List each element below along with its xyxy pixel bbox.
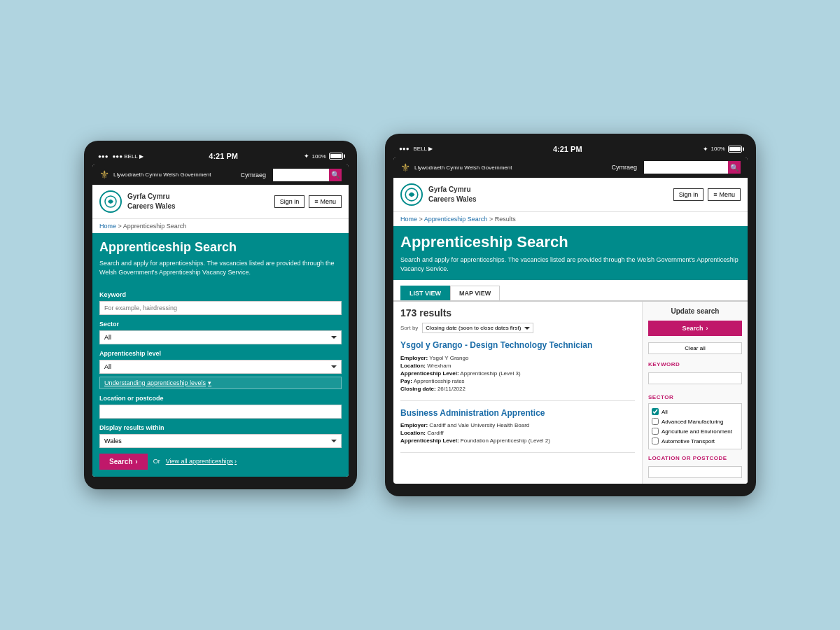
map-view-tab[interactable]: MAP VIEW xyxy=(450,286,500,300)
location-label-small: Location or postcode xyxy=(99,395,342,402)
location-value-1: Wrexham xyxy=(427,363,451,369)
site-logo-small: Gyrfa Cymru Careers Wales xyxy=(99,190,176,213)
gov-search-input-small[interactable] xyxy=(273,169,329,181)
sector-checkbox-all[interactable] xyxy=(652,408,659,415)
gov-text-line2-small: Welsh Government xyxy=(163,172,211,178)
job-card-1: Ysgol y Grango - Design Technology Techn… xyxy=(400,340,635,401)
signin-button-large[interactable]: Sign in xyxy=(673,188,704,201)
hamburger-icon-small: ≡ xyxy=(314,198,318,205)
breadcrumb-sep1-large: > xyxy=(419,216,424,223)
display-group-small: Display results within Wales xyxy=(99,424,342,448)
breadcrumb-home-large[interactable]: Home xyxy=(400,216,417,223)
job-title-2[interactable]: Business Administration Apprentice xyxy=(400,408,635,419)
battery-icon-small xyxy=(329,153,343,160)
employer-value-2: Cardiff and Vale University Health Board xyxy=(429,422,529,428)
arrow-right-icon-small: › xyxy=(135,458,137,465)
location-group-small: Location or postcode xyxy=(99,395,342,419)
breadcrumb-sep2-large: > xyxy=(489,216,495,223)
gov-search-button-large[interactable]: 🔍 xyxy=(728,161,741,174)
status-bar-small: ●●● ●●● BELL ▶ 4:21 PM ✦ 100% xyxy=(92,150,349,164)
sidebar-title: Update search xyxy=(648,307,742,315)
sector-item-all: All xyxy=(652,407,738,416)
display-select-small[interactable]: Wales xyxy=(99,434,342,448)
site-header-large: Gyrfa Cymru Careers Wales Sign in ≡ Menu xyxy=(393,178,748,212)
sector-checkbox-manufacturing[interactable] xyxy=(652,418,659,425)
results-main: 173 results Sort by Closing date (soon t… xyxy=(393,302,748,484)
sidebar-location-label: LOCATION OR POSTCODE xyxy=(648,455,742,461)
sector-checkbox-agriculture[interactable] xyxy=(652,428,659,435)
gov-search-button-small[interactable]: 🔍 xyxy=(329,169,342,181)
cymraeg-button-large[interactable]: Cymraeg xyxy=(608,162,640,172)
small-tablet: ●●● ●●● BELL ▶ 4:21 PM ✦ 100% ⚜ Llywodra… xyxy=(84,141,357,489)
or-text-small: Or xyxy=(153,458,160,465)
menu-button-small[interactable]: ≡ Menu xyxy=(309,195,342,208)
carrier-text: ●●● BELL ▶ xyxy=(113,153,144,160)
header-buttons-large: Sign in ≡ Menu xyxy=(673,188,741,201)
clear-all-button[interactable]: Clear all xyxy=(648,342,742,354)
cymraeg-button-small[interactable]: Cymraeg xyxy=(237,170,269,180)
job-employer-2: Employer: Cardiff and Vale University He… xyxy=(400,422,635,428)
page-hero-small: Apprenticeship Search Search and apply f… xyxy=(92,233,349,284)
results-sidebar: Update search Search › Clear all KEYWORD… xyxy=(643,302,748,484)
breadcrumb-current-small: Apprenticeship Search xyxy=(123,223,187,230)
menu-label-large: Menu xyxy=(719,191,735,198)
gov-search-small: 🔍 xyxy=(273,169,342,181)
sidebar-location-input[interactable] xyxy=(648,466,742,478)
battery-percent-small: 100% xyxy=(312,153,326,160)
sector-checkbox-automotive[interactable] xyxy=(652,438,659,444)
sidebar-keyword-input[interactable] xyxy=(648,372,742,384)
location-input-small[interactable] xyxy=(99,405,342,419)
location-label-2: Location: xyxy=(400,430,426,436)
gov-bar-right-large: Cymraeg 🔍 xyxy=(608,161,741,174)
signin-button-small[interactable]: Sign in xyxy=(274,195,305,208)
status-right-large: ✦ 100% xyxy=(703,146,742,153)
menu-button-large[interactable]: ≡ Menu xyxy=(708,188,741,201)
gov-text-line2-large: Welsh Government xyxy=(464,164,512,171)
job-location-2: Location: Cardiff xyxy=(400,430,635,436)
sector-label-automotive: Automotive Transport xyxy=(662,438,715,444)
job-title-1[interactable]: Ysgol y Grango - Design Technology Techn… xyxy=(400,340,635,351)
sort-select[interactable]: Closing date (soon to close dates first) xyxy=(422,323,533,333)
gov-search-input-large[interactable] xyxy=(644,161,728,174)
header-buttons-small: Sign in ≡ Menu xyxy=(274,195,342,208)
arrow-right-icon-view-all: › xyxy=(234,458,237,465)
view-all-link-small[interactable]: View all apprenticeships › xyxy=(166,458,237,465)
menu-label-small: Menu xyxy=(320,198,336,205)
sector-select-small[interactable]: All xyxy=(99,330,342,344)
sector-label-manufacturing: Advanced Manufacturing xyxy=(662,419,724,425)
page-description-small: Search and apply for apprenticeships. Th… xyxy=(99,259,342,276)
battery-percent-large: 100% xyxy=(711,146,725,152)
closing-label-1: Closing date: xyxy=(400,386,436,392)
gov-bar-right-small: Cymraeg 🔍 xyxy=(237,169,342,181)
keyword-input-small[interactable] xyxy=(99,301,342,315)
sort-label: Sort by xyxy=(400,325,418,331)
breadcrumb-home-small[interactable]: Home xyxy=(99,223,116,230)
view-all-label-small: View all apprenticeships xyxy=(166,458,233,465)
welsh-gov-text-small: Llywodraeth Cymru Welsh Government xyxy=(113,172,211,178)
understanding-link-small[interactable]: Understanding apprenticeship levels ▾ xyxy=(99,377,342,389)
level-label-small: Apprenticeship level xyxy=(99,350,342,357)
job-pay-1: Pay: Apprenticeship rates xyxy=(400,378,635,384)
logo-text-large: Gyrfa Cymru Careers Wales xyxy=(428,185,477,204)
search-button-small[interactable]: Search › xyxy=(99,454,148,470)
location-value-2: Cardiff xyxy=(427,430,443,436)
gov-bar-large: ⚜ Llywodraeth Cymru Welsh Government Cym… xyxy=(393,158,748,178)
large-tablet: ●●● BELL ▶ 4:21 PM ✦ 100% ⚜ Llywodraeth … xyxy=(385,134,756,496)
sidebar-keyword-label: KEYWORD xyxy=(648,361,742,368)
list-view-tab[interactable]: LIST VIEW xyxy=(400,286,450,300)
carrier-large: BELL ▶ xyxy=(414,146,433,152)
understanding-link-text-small: Understanding apprenticeship levels xyxy=(104,379,206,386)
signal-dots: ●●● xyxy=(98,153,108,160)
level-label-2: Apprenticeship Level: xyxy=(400,438,459,444)
level-select-small[interactable]: All xyxy=(99,360,342,374)
breadcrumb-sep1-small: > xyxy=(118,223,123,230)
welsh-gov-logo-small: ⚜ xyxy=(99,168,109,181)
logo-line1-small: Gyrfa Cymru xyxy=(127,192,176,202)
gov-text-line1-small: Llywodraeth Cymru xyxy=(113,172,162,178)
gov-bar-left-small: ⚜ Llywodraeth Cymru Welsh Government xyxy=(99,168,211,181)
breadcrumb-apprenticeship-large[interactable]: Apprenticeship Search xyxy=(424,216,488,223)
sort-bar: Sort by Closing date (soon to close date… xyxy=(400,323,635,333)
hamburger-icon-large: ≡ xyxy=(713,191,717,198)
gov-bar-small: ⚜ Llywodraeth Cymru Welsh Government Cym… xyxy=(92,164,349,185)
update-search-button[interactable]: Search › xyxy=(648,321,742,336)
